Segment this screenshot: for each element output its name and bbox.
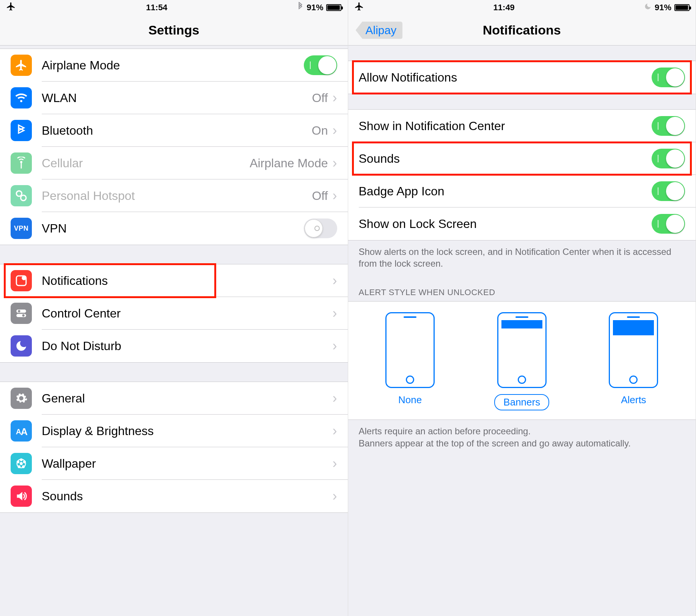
svg-rect-5 [16, 310, 26, 313]
row-value: Airplane Mode [250, 156, 328, 170]
chevron-right-icon: › [333, 338, 337, 354]
dnd-icon [11, 335, 32, 357]
settings-screen: 11:54 91% Settings Airplane ModeWLANOff›… [0, 0, 348, 616]
notification-options-group: Show in Notification CenterSoundsBadge A… [348, 109, 696, 240]
allow-notifications-group: Allow Notifications [348, 61, 696, 94]
row-control-center[interactable]: Control Center› [0, 297, 348, 330]
svg-point-16 [18, 466, 20, 468]
phone-preview-icon [497, 312, 547, 388]
row-label: WLAN [42, 91, 77, 105]
svg-point-15 [22, 466, 24, 468]
row-label: Airplane Mode [42, 58, 120, 72]
chevron-right-icon: › [333, 305, 337, 321]
settings-group-notifications: Notifications›Control Center›Do Not Dist… [0, 264, 348, 363]
general-icon [11, 388, 32, 409]
chevron-right-icon: › [333, 488, 337, 504]
chevron-right-icon: › [333, 423, 337, 439]
sounds-icon [11, 486, 32, 507]
alert-style-footer: Alerts require an action before proceedi… [348, 420, 696, 457]
highlight-box [352, 141, 692, 176]
svg-point-1 [16, 191, 22, 196]
svg-point-0 [20, 161, 22, 163]
battery-pct: 91% [655, 3, 671, 13]
toggle[interactable] [652, 68, 685, 87]
row-show-in-notification-center: Show in Notification Center [348, 110, 696, 142]
chevron-right-icon: › [333, 188, 337, 204]
svg-point-13 [20, 459, 22, 461]
wifi-icon [11, 87, 32, 108]
alert-style-label: Banners [494, 394, 549, 410]
cellular-icon [11, 152, 32, 174]
row-cellular[interactable]: CellularAirplane Mode› [0, 147, 348, 179]
row-personal-hotspot[interactable]: Personal HotspotOff› [0, 179, 348, 212]
svg-point-7 [18, 310, 20, 312]
row-label: Display & Brightness [42, 424, 154, 438]
row-general[interactable]: General› [0, 382, 348, 415]
row-allow-notifications: Allow Notifications [348, 61, 696, 94]
svg-point-2 [21, 195, 26, 201]
toggle[interactable] [652, 214, 685, 234]
chevron-right-icon: › [333, 155, 337, 171]
alert-style-alerts[interactable]: Alerts [609, 312, 658, 410]
row-do-not-disturb[interactable]: Do Not Disturb› [0, 330, 348, 362]
svg-point-8 [22, 314, 25, 317]
toggle[interactable] [304, 55, 337, 75]
bluetooth-icon [11, 120, 32, 141]
row-sounds: Sounds [348, 142, 696, 175]
nav-header: Settings [0, 15, 348, 46]
alert-style-label: Alerts [621, 394, 646, 406]
row-sounds[interactable]: Sounds› [0, 480, 348, 512]
chevron-right-icon: › [333, 90, 337, 106]
row-show-on-lock-screen: Show on Lock Screen [348, 207, 696, 240]
row-label: Personal Hotspot [42, 189, 135, 203]
alert-style-picker: NoneBannersAlerts [348, 301, 696, 420]
notifications-screen: 11:49 91% Alipay Notifications Allow Not… [348, 0, 696, 616]
notifications-icon [11, 270, 32, 291]
control-center-icon [11, 303, 32, 324]
status-bar: 11:49 91% [348, 0, 696, 15]
settings-group-general: General›AADisplay & Brightness›Wallpaper… [0, 382, 348, 513]
alert-style-none[interactable]: None [385, 312, 435, 410]
row-label: General [42, 391, 85, 405]
row-bluetooth[interactable]: BluetoothOn› [0, 114, 348, 147]
row-label: Bluetooth [42, 124, 93, 138]
row-notifications[interactable]: Notifications› [0, 264, 348, 297]
row-value: Off [312, 91, 328, 105]
toggle[interactable] [652, 116, 685, 136]
toggle[interactable] [652, 181, 685, 201]
alert-style-banners[interactable]: Banners [494, 312, 549, 410]
phone-preview-icon [385, 312, 435, 388]
toggle[interactable] [652, 149, 685, 168]
moon-status-icon [644, 3, 652, 13]
lock-screen-footer: Show alerts on the lock screen, and in N… [348, 240, 696, 278]
svg-point-4 [22, 277, 26, 280]
row-label: Show on Lock Screen [359, 217, 477, 231]
status-time: 11:49 [493, 3, 515, 13]
row-label: Sounds [42, 489, 83, 503]
svg-point-12 [20, 462, 22, 465]
settings-group-connectivity: Airplane ModeWLANOff›BluetoothOn›Cellula… [0, 49, 348, 245]
row-label: Wallpaper [42, 457, 96, 471]
chevron-right-icon: › [333, 273, 337, 289]
wallpaper-icon [11, 453, 32, 474]
row-label: Do Not Disturb [42, 339, 121, 353]
back-button[interactable]: Alipay [356, 22, 403, 39]
row-wlan[interactable]: WLANOff› [0, 82, 348, 114]
row-display-brightness[interactable]: AADisplay & Brightness› [0, 415, 348, 447]
hotspot-icon [11, 185, 32, 206]
alert-style-header: ALERT STYLE WHEN UNLOCKED [348, 278, 696, 301]
airplane-status-icon [354, 2, 364, 14]
svg-point-14 [24, 461, 25, 463]
toggle[interactable] [304, 218, 337, 238]
nav-header: Alipay Notifications [348, 15, 696, 46]
row-label: Sounds [359, 152, 400, 166]
row-badge-app-icon: Badge App Icon [348, 175, 696, 207]
row-label: Cellular [42, 156, 83, 170]
airplane-status-icon [6, 2, 16, 14]
svg-rect-6 [16, 314, 26, 317]
highlight-box [4, 263, 216, 298]
row-label: Notifications [42, 274, 108, 288]
svg-text:A: A [21, 426, 28, 437]
row-wallpaper[interactable]: Wallpaper› [0, 447, 348, 480]
bluetooth-status-icon [297, 2, 303, 13]
